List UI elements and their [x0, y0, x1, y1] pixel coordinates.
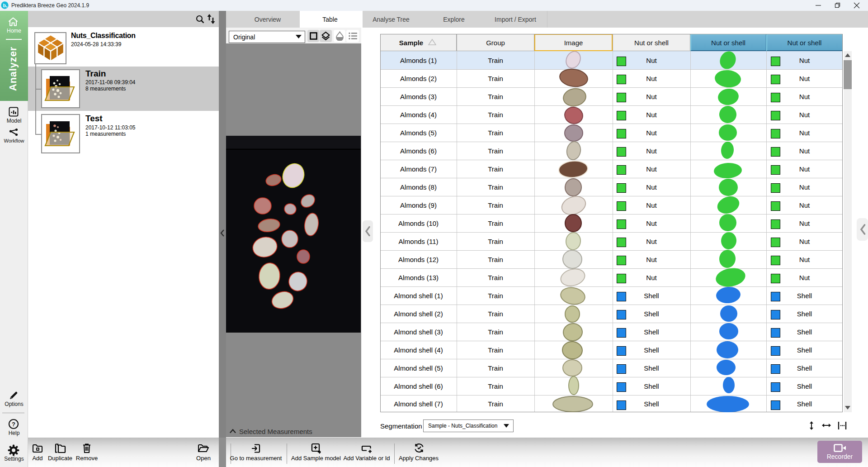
svg-text:?: ?	[12, 421, 15, 428]
svg-text:b: b	[3, 3, 6, 8]
